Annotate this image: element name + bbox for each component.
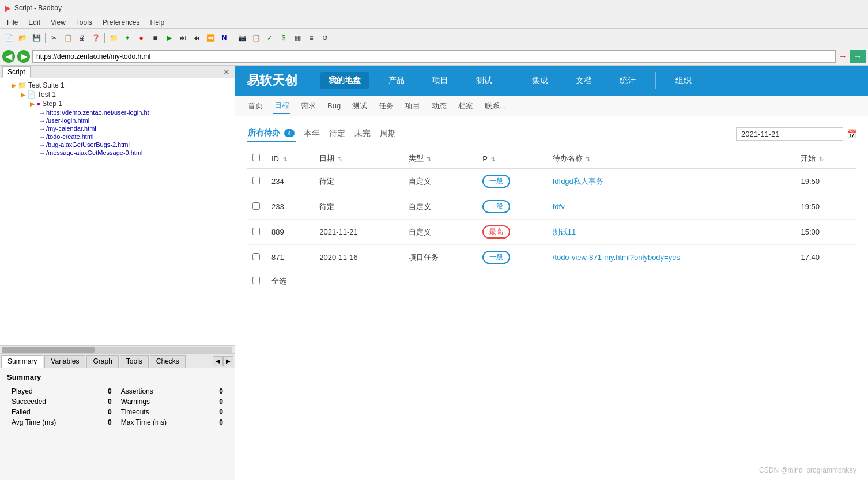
tab-all-todos[interactable]: 所有待办 4: [247, 126, 296, 142]
menu-file[interactable]: File: [2, 17, 22, 28]
toolbar-fast-forward[interactable]: ⏭: [176, 32, 189, 44]
nav-back[interactable]: ◀: [2, 50, 15, 63]
toolbar-grid[interactable]: ▦: [291, 32, 304, 44]
toolbar-copy[interactable]: 📋: [62, 32, 74, 44]
tree-node-link4[interactable]: → /bug-ajaxGetUserBugs-2.html: [2, 141, 232, 149]
tree-node-test[interactable]: ▶ 📄 Test 1: [2, 90, 232, 99]
tree-node-link1[interactable]: → /user-login.html: [2, 116, 232, 124]
menu-edit[interactable]: Edit: [24, 17, 45, 28]
row-checkbox-2[interactable]: [252, 228, 260, 235]
tab-cycle[interactable]: 周期: [379, 126, 397, 141]
toolbar-help[interactable]: ❓: [89, 32, 102, 44]
row-priority: 一般: [477, 245, 546, 270]
toolbar-save[interactable]: 💾: [30, 32, 43, 44]
toolbar-list[interactable]: 📋: [250, 32, 262, 44]
toolbar-list2[interactable]: ≡: [305, 32, 318, 44]
nav-docs[interactable]: 文档: [568, 72, 600, 89]
date-sort-icon[interactable]: ⇅: [338, 156, 342, 162]
toolbar-refresh[interactable]: ↺: [319, 32, 331, 44]
sub-nav-requirement[interactable]: 需求: [300, 99, 317, 114]
go-button[interactable]: →: [850, 50, 866, 63]
header-checkbox[interactable]: [252, 154, 260, 161]
tab-checks[interactable]: Checks: [150, 355, 186, 368]
toolbar-add[interactable]: +: [121, 32, 134, 44]
sub-nav-activity[interactable]: 动态: [431, 99, 448, 114]
type-sort-icon[interactable]: ⇅: [427, 156, 431, 162]
tab-pending[interactable]: 待定: [328, 126, 346, 141]
bottom-nav-right[interactable]: ▶: [223, 356, 233, 366]
todo-name-link[interactable]: fdfv: [553, 202, 565, 211]
tree-node-suite[interactable]: ▶ 📁 Test Suite 1: [2, 81, 232, 90]
sub-nav-home[interactable]: 首页: [247, 99, 264, 114]
row-checkbox-3[interactable]: [252, 253, 260, 260]
sub-nav-archive[interactable]: 档案: [457, 99, 474, 114]
calendar-icon[interactable]: 📅: [847, 129, 856, 138]
toolbar-open[interactable]: 📂: [16, 32, 29, 44]
toolbar-stop[interactable]: ■: [149, 32, 161, 44]
toolbar-fast-back[interactable]: ⏪: [204, 32, 217, 44]
nav-project[interactable]: 项目: [424, 72, 456, 89]
toolbar-record-red[interactable]: ●: [135, 32, 148, 44]
panel-close-btn[interactable]: ✕: [221, 67, 232, 77]
priority-sort-icon[interactable]: ⇅: [490, 156, 495, 162]
todo-name-link[interactable]: 测试11: [553, 228, 576, 236]
tree-node-link3[interactable]: → /todo-create.html: [2, 133, 232, 141]
nav-stats[interactable]: 统计: [612, 72, 644, 89]
start-sort-icon[interactable]: ⇅: [819, 156, 824, 162]
nav-my-dashboard[interactable]: 我的地盘: [320, 72, 369, 89]
tab-summary[interactable]: Summary: [1, 355, 43, 368]
sub-nav-project[interactable]: 项目: [404, 99, 421, 114]
tree-node-step[interactable]: ▶ ● Step 1: [2, 99, 232, 108]
toolbar-dollar[interactable]: $: [277, 32, 290, 44]
menu-help[interactable]: Help: [146, 17, 169, 28]
nav-product[interactable]: 产品: [380, 72, 413, 89]
tab-graph[interactable]: Graph: [86, 355, 118, 368]
tab-variables[interactable]: Variables: [44, 355, 85, 368]
tree-node-link2[interactable]: → /my-calendar.html: [2, 124, 232, 133]
nav-test[interactable]: 测试: [468, 72, 500, 89]
tree-node-link5[interactable]: → /message-ajaxGetMessage-0.html: [2, 149, 232, 157]
toolbar-check[interactable]: ✓: [263, 32, 276, 44]
table-header-row: ID ⇅ 日期 ⇅ 类型 ⇅ P ⇅: [247, 149, 856, 169]
toolbar-play[interactable]: ▶: [163, 32, 175, 44]
toolbar-camera[interactable]: 📷: [236, 32, 248, 44]
sub-nav-bug[interactable]: Bug: [326, 99, 342, 112]
nav-org[interactable]: 组织: [667, 72, 700, 89]
tree-node-link0[interactable]: → https://demo.zentao.net/user-login.ht: [2, 108, 232, 116]
select-all-checkbox[interactable]: [252, 277, 260, 284]
sub-nav-task[interactable]: 任务: [378, 99, 395, 114]
step-expand-icon: ▶: [30, 100, 35, 108]
tab-this-year[interactable]: 本年: [303, 126, 321, 141]
hscroll-track[interactable]: [2, 347, 232, 353]
avgtime-value: 0: [90, 417, 116, 428]
toolbar-cut[interactable]: ✂: [48, 32, 61, 44]
hscroll-thumb[interactable]: [2, 347, 95, 353]
todo-name-link[interactable]: fdfdgd私人事务: [553, 177, 603, 186]
nav-forward[interactable]: ▶: [17, 50, 30, 63]
date-input[interactable]: [736, 127, 843, 141]
horizontal-scrollbar[interactable]: [0, 345, 235, 353]
tab-incomplete[interactable]: 未完: [353, 126, 372, 141]
menu-tools[interactable]: Tools: [71, 17, 97, 28]
name-sort-icon[interactable]: ⇅: [586, 156, 590, 162]
toolbar-skip-back[interactable]: ⏮: [190, 32, 203, 44]
menu-view[interactable]: View: [46, 17, 70, 28]
row-checkbox-0[interactable]: [252, 177, 260, 184]
row-checkbox-1[interactable]: [252, 202, 260, 210]
toolbar-folder[interactable]: 📁: [107, 32, 120, 44]
nav-integration[interactable]: 集成: [524, 72, 556, 89]
tab-tools[interactable]: Tools: [120, 355, 149, 368]
bottom-nav-left[interactable]: ◀: [213, 356, 223, 366]
sub-nav-contact[interactable]: 联系...: [484, 99, 507, 114]
url-input[interactable]: [32, 50, 836, 63]
menu-preferences[interactable]: Preferences: [98, 17, 145, 28]
th-id: ID ⇅: [266, 149, 314, 169]
toolbar-n-btn[interactable]: N: [218, 32, 231, 44]
todo-name-link[interactable]: /todo-view-871-my.html?onlybody=yes: [553, 253, 680, 262]
script-tab[interactable]: Script: [2, 66, 31, 78]
sub-nav-testing[interactable]: 测试: [351, 99, 368, 114]
sub-nav-schedule[interactable]: 日程: [273, 98, 290, 114]
id-sort-icon[interactable]: ⇅: [282, 156, 287, 162]
toolbar-print[interactable]: 🖨: [76, 32, 88, 44]
toolbar-new[interactable]: 📄: [2, 32, 15, 44]
